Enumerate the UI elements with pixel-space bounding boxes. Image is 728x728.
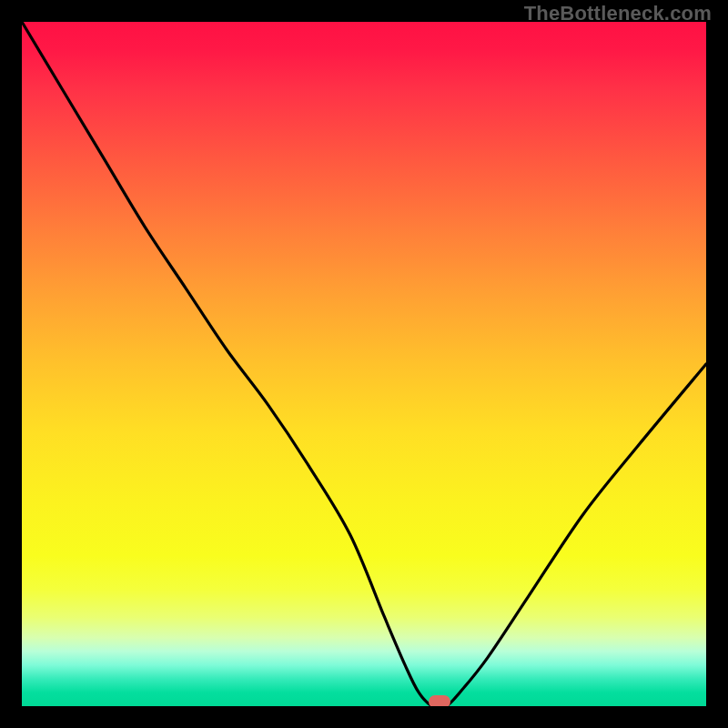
curve-svg bbox=[22, 22, 706, 706]
plot-area bbox=[22, 22, 706, 706]
optimal-marker bbox=[429, 695, 450, 706]
bottleneck-curve bbox=[22, 22, 706, 706]
chart-frame: TheBottleneck.com bbox=[0, 0, 728, 728]
